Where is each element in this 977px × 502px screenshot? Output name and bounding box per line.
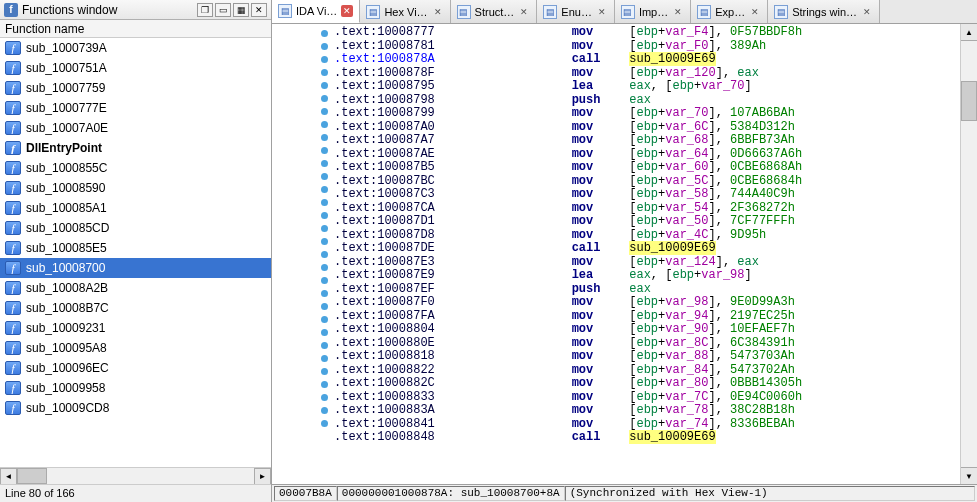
breakpoint-dot[interactable] <box>321 108 328 115</box>
function-row[interactable]: fsub_100085CD <box>0 218 271 238</box>
breakpoint-dot[interactable] <box>321 134 328 141</box>
breakpoint-dot[interactable] <box>321 355 328 362</box>
close-icon[interactable]: ✕ <box>861 6 873 18</box>
disasm-line[interactable]: .text:10008833 mov [ebp+var_7C], 0E94C00… <box>334 391 960 405</box>
function-row[interactable]: fsub_10009958 <box>0 378 271 398</box>
breakpoint-dot[interactable] <box>321 225 328 232</box>
tab[interactable]: ▤IDA Vi…✕ <box>272 0 360 23</box>
disasm-line[interactable]: .text:10008848 call sub_10009E69 <box>334 431 960 445</box>
breakpoint-dot[interactable] <box>321 95 328 102</box>
function-row[interactable]: fsub_10008A2B <box>0 278 271 298</box>
tab[interactable]: ▤Hex Vi…✕ <box>360 0 450 23</box>
function-row[interactable]: fDllEntryPoint <box>0 138 271 158</box>
breakpoint-dot[interactable] <box>321 56 328 63</box>
function-row[interactable]: fsub_100095A8 <box>0 338 271 358</box>
functions-col-header[interactable]: Function name <box>0 20 271 38</box>
disasm-vscroll[interactable]: ▲ ▼ <box>960 24 977 484</box>
breakpoint-dot[interactable] <box>321 329 328 336</box>
disasm-line[interactable]: .text:100087D1 mov [ebp+var_50], 7CF77FF… <box>334 215 960 229</box>
tab[interactable]: ▤Enu…✕ <box>537 0 615 23</box>
disasm-line[interactable]: .text:10008804 mov [ebp+var_90], 10EFAEF… <box>334 323 960 337</box>
function-row[interactable]: fsub_1000855C <box>0 158 271 178</box>
disasm-line[interactable]: .text:100087E3 mov [ebp+var_124], eax <box>334 256 960 270</box>
breakpoint-dot[interactable] <box>321 212 328 219</box>
disasm-line[interactable]: .text:1000880E mov [ebp+var_8C], 6C38439… <box>334 337 960 351</box>
disasm-line[interactable]: .text:100087A7 mov [ebp+var_68], 6BBFB73… <box>334 134 960 148</box>
disasm-line[interactable]: .text:10008799 mov [ebp+var_70], 107AB6B… <box>334 107 960 121</box>
disasm-line[interactable]: .text:10008822 mov [ebp+var_84], 5473702… <box>334 364 960 378</box>
breakpoint-dot[interactable] <box>321 238 328 245</box>
functions-list[interactable]: fsub_1000739Afsub_1000751Afsub_10007759f… <box>0 38 271 467</box>
disasm-line[interactable]: .text:100087E9 lea eax, [ebp+var_98] <box>334 269 960 283</box>
breakpoint-dot[interactable] <box>321 43 328 50</box>
disasm-line[interactable]: .text:10008818 mov [ebp+var_88], 5473703… <box>334 350 960 364</box>
disasm-line[interactable]: .text:10008798 push eax <box>334 94 960 108</box>
scroll-left-icon[interactable]: ◄ <box>0 468 17 485</box>
breakpoint-dot[interactable] <box>321 264 328 271</box>
breakpoint-dot[interactable] <box>321 277 328 284</box>
vscroll-thumb[interactable] <box>961 81 977 121</box>
breakpoint-dot[interactable] <box>321 160 328 167</box>
disasm-line[interactable]: .text:1000883A mov [ebp+var_78], 38C28B1… <box>334 404 960 418</box>
breakpoint-dot[interactable] <box>321 121 328 128</box>
close-icon[interactable]: ✕ <box>341 5 353 17</box>
functions-hscroll[interactable]: ◄ ► <box>0 467 271 484</box>
function-row[interactable]: fsub_10008590 <box>0 178 271 198</box>
disasm-line[interactable]: .text:100087CA mov [ebp+var_54], 2F36827… <box>334 202 960 216</box>
tab[interactable]: ▤Exp…✕ <box>691 0 768 23</box>
disasm-line[interactable]: .text:100087AE mov [ebp+var_64], 0D66637… <box>334 148 960 162</box>
function-row[interactable]: fsub_100085E5 <box>0 238 271 258</box>
breakpoint-dot[interactable] <box>321 251 328 258</box>
function-row[interactable]: fsub_10007759 <box>0 78 271 98</box>
breakpoint-dot[interactable] <box>321 381 328 388</box>
function-row[interactable]: fsub_1000739A <box>0 38 271 58</box>
panel-btn-min[interactable]: ▭ <box>215 3 231 17</box>
close-icon[interactable]: ✕ <box>518 6 530 18</box>
panel-btn-opts[interactable]: ▦ <box>233 3 249 17</box>
function-row[interactable]: fsub_10007A0E <box>0 118 271 138</box>
breakpoint-dot[interactable] <box>321 407 328 414</box>
disasm-line[interactable]: .text:1000878A call sub_10009E69 <box>334 53 960 67</box>
tab[interactable]: ▤Imp…✕ <box>615 0 691 23</box>
breakpoint-dot[interactable] <box>321 290 328 297</box>
hscroll-thumb[interactable] <box>17 468 47 484</box>
function-row[interactable]: fsub_10008700 <box>0 258 271 278</box>
function-row[interactable]: fsub_10008B7C <box>0 298 271 318</box>
scroll-up-icon[interactable]: ▲ <box>961 24 977 41</box>
close-icon[interactable]: ✕ <box>749 6 761 18</box>
breakpoint-dot[interactable] <box>321 368 328 375</box>
breakpoint-dot[interactable] <box>321 30 328 37</box>
disasm-line[interactable]: .text:100087FA mov [ebp+var_94], 2197EC2… <box>334 310 960 324</box>
disasm-line[interactable]: .text:100087DE call sub_10009E69 <box>334 242 960 256</box>
close-icon[interactable]: ✕ <box>596 6 608 18</box>
disasm-line[interactable]: .text:10008841 mov [ebp+var_74], 8336BEB… <box>334 418 960 432</box>
disasm-line[interactable]: .text:10008781 mov [ebp+var_F0], 389Ah <box>334 40 960 54</box>
disasm-view[interactable]: .text:10008777 mov [ebp+var_F4], 0F57BBD… <box>332 24 960 484</box>
disasm-line[interactable]: .text:100087EF push eax <box>334 283 960 297</box>
disasm-line[interactable]: .text:1000878F mov [ebp+var_120], eax <box>334 67 960 81</box>
breakpoint-dot[interactable] <box>321 147 328 154</box>
disasm-line[interactable]: .text:100087B5 mov [ebp+var_60], 0CBE686… <box>334 161 960 175</box>
breakpoint-dot[interactable] <box>321 186 328 193</box>
disasm-line[interactable]: .text:100087D8 mov [ebp+var_4C], 9D95h <box>334 229 960 243</box>
breakpoint-dot[interactable] <box>321 420 328 427</box>
breakpoint-dot[interactable] <box>321 394 328 401</box>
disasm-line[interactable]: .text:100087BC mov [ebp+var_5C], 0CBE686… <box>334 175 960 189</box>
tab[interactable]: ▤Struct…✕ <box>451 0 538 23</box>
disasm-line[interactable]: .text:100087C3 mov [ebp+var_58], 744A40C… <box>334 188 960 202</box>
panel-btn-restore[interactable]: ❐ <box>197 3 213 17</box>
function-row[interactable]: fsub_10009CD8 <box>0 398 271 418</box>
disasm-line[interactable]: .text:10008777 mov [ebp+var_F4], 0F57BBD… <box>334 26 960 40</box>
disasm-line[interactable]: .text:100087A0 mov [ebp+var_6C], 5384D31… <box>334 121 960 135</box>
function-row[interactable]: fsub_1000751A <box>0 58 271 78</box>
breakpoint-dot[interactable] <box>321 173 328 180</box>
close-icon[interactable]: ✕ <box>432 6 444 18</box>
function-row[interactable]: fsub_1000777E <box>0 98 271 118</box>
scroll-right-icon[interactable]: ► <box>254 468 271 485</box>
panel-btn-close[interactable]: ✕ <box>251 3 267 17</box>
breakpoint-dot[interactable] <box>321 69 328 76</box>
function-row[interactable]: fsub_10009231 <box>0 318 271 338</box>
close-icon[interactable]: ✕ <box>672 6 684 18</box>
tab[interactable]: ▤Strings win…✕ <box>768 0 880 23</box>
scroll-down-icon[interactable]: ▼ <box>961 467 977 484</box>
